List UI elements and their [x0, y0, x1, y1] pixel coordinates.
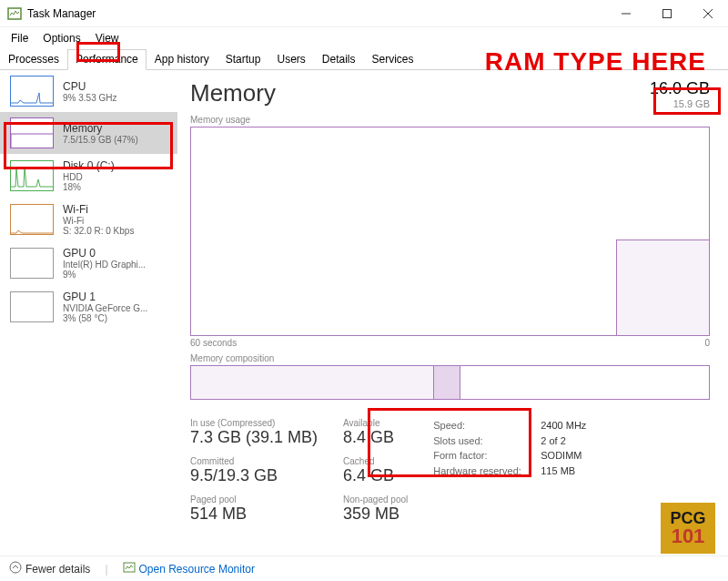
- menu-view[interactable]: View: [88, 29, 126, 47]
- sidebar-item-wifi[interactable]: Wi-Fi Wi-Fi S: 32.0 R: 0 Kbps: [0, 198, 177, 241]
- resource-monitor-icon: [123, 561, 136, 576]
- sidebar-disk-name: Disk 0 (C:): [63, 159, 115, 172]
- sidebar-item-cpu[interactable]: CPU 9% 3.53 GHz: [0, 70, 177, 112]
- svg-rect-6: [124, 563, 135, 572]
- main-panel: Memory 16.0 GB 15.9 GB Memory usage 60 s…: [177, 70, 728, 562]
- spec-table: Speed:2400 MHz Slots used:2 of 2 Form fa…: [433, 418, 586, 524]
- disk-chart-thumb: [10, 160, 54, 191]
- tab-startup[interactable]: Startup: [217, 49, 269, 69]
- sidebar-gpu1-detail1: NVIDIA GeForce G...: [63, 303, 147, 313]
- minimize-button[interactable]: [605, 0, 646, 27]
- in-use-label: In use (Compressed): [190, 418, 318, 428]
- chevron-up-circle-icon: [9, 561, 22, 576]
- titlebar: Task Manager: [0, 0, 728, 27]
- gpu0-chart-thumb: [10, 248, 54, 279]
- nonpaged-value: 359 MB: [343, 505, 408, 524]
- menu-file[interactable]: File: [4, 29, 35, 47]
- paged-value: 514 MB: [190, 505, 318, 524]
- sidebar-wifi-name: Wi-Fi: [63, 203, 134, 216]
- fewer-details-label: Fewer details: [25, 563, 90, 576]
- sidebar-gpu0-detail1: Intel(R) HD Graphi...: [63, 260, 146, 270]
- footer: Fewer details | Open Resource Monitor: [0, 556, 728, 581]
- tab-details[interactable]: Details: [314, 49, 364, 69]
- total-ram: 16.0 GB: [650, 79, 710, 97]
- open-resource-monitor-label: Open Resource Monitor: [139, 563, 255, 576]
- tab-app-history[interactable]: App history: [147, 49, 217, 69]
- page-title: Memory: [190, 79, 276, 107]
- total-ram-usable: 15.9 GB: [650, 98, 710, 109]
- sidebar-item-gpu1[interactable]: GPU 1 NVIDIA GeForce G... 3% (58 °C): [0, 285, 177, 329]
- sidebar-gpu0-detail2: 9%: [63, 270, 146, 280]
- slots-key: Slots used:: [433, 433, 524, 449]
- sidebar: CPU 9% 3.53 GHz Memory 7.5/15.9 GB (47%)…: [0, 70, 177, 562]
- nonpaged-label: Non-paged pool: [343, 494, 408, 505]
- cached-value: 6.4 GB: [343, 466, 408, 485]
- available-label: Available: [343, 418, 408, 428]
- sidebar-cpu-detail: 9% 3.53 GHz: [63, 93, 116, 103]
- svg-rect-2: [662, 9, 671, 17]
- logo-line2: 101: [672, 526, 705, 546]
- sidebar-gpu1-name: GPU 1: [63, 290, 147, 303]
- sidebar-memory-detail: 7.5/15.9 GB (47%): [63, 135, 138, 145]
- slots-value: 2 of 2: [541, 433, 566, 449]
- sidebar-disk-detail1: HDD: [63, 172, 115, 182]
- annotation-ram-type: RAM TYPE HERE: [485, 47, 706, 76]
- available-value: 8.4 GB: [343, 428, 408, 447]
- svg-point-5: [10, 562, 21, 573]
- hw-key: Hardware reserved:: [433, 464, 524, 479]
- hw-value: 115 MB: [541, 464, 575, 479]
- sidebar-item-disk[interactable]: Disk 0 (C:) HDD 18%: [0, 154, 177, 198]
- gpu1-chart-thumb: [10, 291, 54, 322]
- sidebar-memory-name: Memory: [63, 122, 138, 135]
- committed-value: 9.5/19.3 GB: [190, 466, 318, 485]
- sidebar-gpu0-name: GPU 0: [63, 247, 146, 260]
- form-value: SODIMM: [541, 448, 581, 464]
- open-resource-monitor-link[interactable]: Open Resource Monitor: [123, 561, 255, 576]
- sidebar-wifi-detail1: Wi-Fi: [63, 216, 134, 226]
- composition-label: Memory composition: [190, 353, 710, 363]
- sidebar-item-memory[interactable]: Memory 7.5/15.9 GB (47%): [0, 112, 177, 154]
- speed-key: Speed:: [433, 418, 524, 433]
- wifi-chart-thumb: [10, 204, 54, 235]
- maximize-button[interactable]: [646, 0, 687, 27]
- tab-performance[interactable]: Performance: [67, 49, 147, 70]
- window-title: Task Manager: [27, 7, 605, 20]
- speed-value: 2400 MHz: [541, 418, 586, 433]
- memory-usage-chart: [190, 127, 710, 336]
- sidebar-disk-detail2: 18%: [63, 182, 115, 192]
- close-button[interactable]: [687, 0, 728, 27]
- memory-chart-thumb: [10, 117, 54, 148]
- cpu-chart-thumb: [10, 76, 54, 107]
- menu-options[interactable]: Options: [35, 29, 87, 47]
- committed-label: Committed: [190, 456, 318, 466]
- sidebar-wifi-detail2: S: 32.0 R: 0 Kbps: [63, 226, 134, 236]
- sidebar-item-gpu0[interactable]: GPU 0 Intel(R) HD Graphi... 9%: [0, 241, 177, 285]
- cached-label: Cached: [343, 456, 408, 466]
- pcg-logo: PCG 101: [661, 503, 715, 554]
- sidebar-gpu1-detail2: 3% (58 °C): [63, 313, 147, 323]
- menubar: File Options View: [0, 27, 728, 49]
- chart-label: Memory usage: [190, 115, 710, 125]
- tab-users[interactable]: Users: [268, 49, 313, 69]
- tab-services[interactable]: Services: [364, 49, 422, 69]
- fewer-details-button[interactable]: Fewer details: [9, 561, 90, 576]
- tab-processes[interactable]: Processes: [0, 49, 67, 69]
- sidebar-cpu-name: CPU: [63, 80, 116, 93]
- form-key: Form factor:: [433, 448, 524, 464]
- axis-left: 60 seconds: [190, 338, 237, 348]
- task-manager-icon: [7, 6, 22, 21]
- memory-composition-chart: [190, 365, 710, 400]
- paged-label: Paged pool: [190, 494, 318, 505]
- in-use-value: 7.3 GB (39.1 MB): [190, 428, 318, 447]
- axis-right: 0: [704, 338, 710, 348]
